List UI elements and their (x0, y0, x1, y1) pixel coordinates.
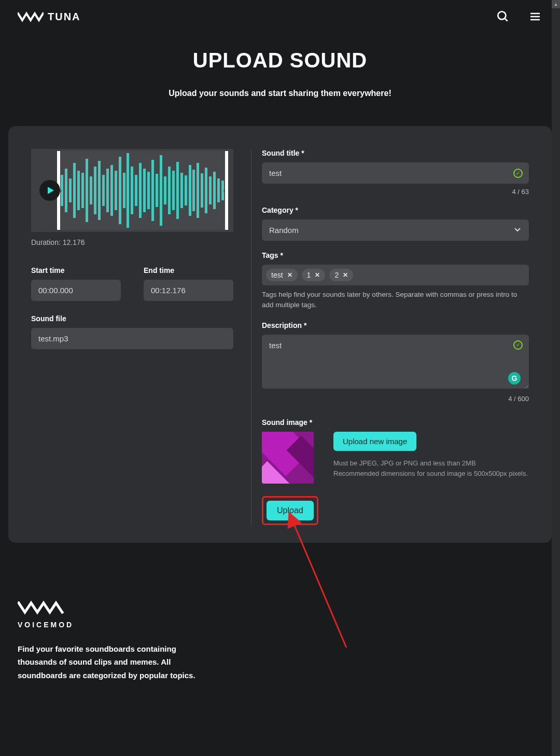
description-input[interactable] (262, 335, 529, 389)
upload-highlight: Upload (262, 496, 318, 525)
check-icon: ✓ (513, 169, 523, 178)
waveform-bars (57, 151, 228, 230)
title-counter: 4 / 63 (262, 188, 529, 196)
description-label: Description * (262, 321, 529, 329)
footer-text: Find your favorite soundboards containin… (18, 642, 209, 682)
footer-logo: VOICEMOD (18, 600, 542, 629)
tag-remove-icon[interactable]: ✕ (343, 271, 348, 279)
header: TUNA (0, 0, 560, 33)
tags-helper: Tags help find your sounds later by othe… (262, 290, 529, 311)
brand-text: TUNA (48, 11, 81, 23)
tag-remove-icon[interactable]: ✕ (287, 271, 292, 279)
svg-point-0 (498, 11, 506, 19)
category-select[interactable] (262, 219, 529, 241)
upload-button[interactable]: Upload (267, 501, 314, 520)
check-icon: ✓ (513, 340, 523, 350)
upload-new-image-button[interactable]: Upload new image (333, 432, 416, 451)
image-thumbnail (262, 432, 314, 484)
soundfile-label: Sound file (31, 314, 233, 323)
description-counter: 4 / 600 (262, 395, 529, 403)
menu-icon[interactable] (528, 9, 542, 24)
end-time-input[interactable] (144, 280, 233, 301)
tag-chip: 2✕ (329, 269, 353, 281)
title-label: Sound title * (262, 149, 529, 157)
soundfile-input[interactable] (31, 328, 233, 349)
tags-input[interactable]: test✕ 1✕ 2✕ (262, 265, 529, 285)
grammarly-icon[interactable]: G (508, 372, 521, 384)
svg-line-1 (505, 18, 507, 21)
tag-remove-icon[interactable]: ✕ (315, 271, 320, 279)
logo-mark-icon (18, 11, 44, 22)
image-label: Sound image * (262, 418, 529, 427)
right-column: Sound title * ✓ 4 / 63 Category * Tags *… (251, 149, 529, 525)
start-time-input[interactable] (31, 280, 121, 301)
trim-end-handle[interactable]: ‹ (225, 151, 228, 230)
tag-chip: test✕ (266, 269, 298, 281)
tags-label: Tags * (262, 251, 529, 259)
svg-marker-5 (48, 187, 54, 194)
play-button[interactable] (39, 180, 60, 201)
image-info: Must be JPEG, JPG or PNG and less than 2… (333, 458, 528, 480)
duration-label: Duration: 12.176 (31, 238, 233, 246)
end-time-label: End time (144, 266, 233, 274)
brand-logo[interactable]: TUNA (18, 11, 81, 23)
tag-chip: 1✕ (302, 269, 326, 281)
category-label: Category * (262, 206, 529, 214)
footer: VOICEMOD Find your favorite soundboards … (0, 543, 560, 703)
scroll-up-icon[interactable]: ▲ (552, 0, 560, 8)
left-column: › ‹ Duration: 12.176 Start time End time… (31, 149, 233, 525)
page-subtitle: Upload your sounds and start sharing the… (0, 89, 560, 98)
start-time-label: Start time (31, 266, 121, 274)
title-input[interactable] (262, 162, 529, 184)
waveform-preview[interactable]: › ‹ (31, 149, 233, 232)
page-title: UPLOAD SOUND (0, 49, 560, 72)
footer-brand-text: VOICEMOD (18, 621, 542, 629)
upload-card: › ‹ Duration: 12.176 Start time End time… (8, 126, 552, 543)
scrollbar[interactable]: ▲ (552, 0, 560, 756)
search-icon[interactable] (496, 9, 510, 24)
play-icon (47, 186, 55, 195)
